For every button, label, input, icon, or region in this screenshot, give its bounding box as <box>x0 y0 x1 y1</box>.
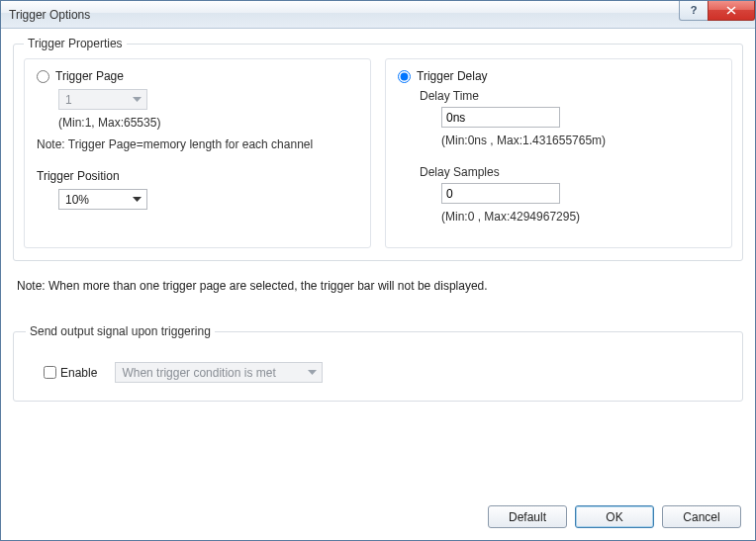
dialog-buttons: Default OK Cancel <box>488 505 741 528</box>
trigger-page-value: 1 <box>65 93 72 107</box>
output-signal-row: Enable When trigger condition is met <box>26 362 730 383</box>
help-icon: ? <box>691 4 698 16</box>
trigger-position-value: 10% <box>65 193 89 207</box>
delay-time-hint: (Min:0ns , Max:1.431655765m) <box>420 134 719 147</box>
ok-button[interactable]: OK <box>575 505 654 528</box>
trigger-position-sub: 10% <box>37 189 358 210</box>
chevron-down-icon <box>130 91 144 108</box>
signal-condition-combo[interactable]: When trigger condition is met <box>115 362 323 383</box>
trigger-page-hint: (Min:1, Max:65535) <box>37 116 358 130</box>
delay-time-block: Delay Time (Min:0ns , Max:1.431655765m) <box>398 89 719 147</box>
client-area: Trigger Properties Trigger Page 1 <box>1 29 755 540</box>
signal-condition-value: When trigger condition is met <box>122 366 275 380</box>
trigger-delay-label: Trigger Delay <box>417 69 488 83</box>
multi-page-note: Note: When more than one trigger page ar… <box>17 279 739 293</box>
trigger-delay-radio[interactable] <box>398 70 411 83</box>
dialog-window: Trigger Options ? Trigger Properties Tri… <box>0 0 756 541</box>
delay-samples-label: Delay Samples <box>420 165 719 179</box>
trigger-properties-legend: Trigger Properties <box>24 37 127 50</box>
trigger-page-sub: 1 <box>37 89 358 110</box>
window-title: Trigger Options <box>9 8 680 22</box>
trigger-delay-panel: Trigger Delay Delay Time (Min:0ns , Max:… <box>385 58 732 248</box>
cancel-button[interactable]: Cancel <box>662 505 741 528</box>
trigger-delay-radio-row[interactable]: Trigger Delay <box>398 69 719 83</box>
trigger-page-panel: Trigger Page 1 (Min:1, Max:65535) Note: … <box>24 58 371 248</box>
delay-samples-input[interactable] <box>441 183 560 204</box>
trigger-position-combo[interactable]: 10% <box>58 189 147 210</box>
delay-samples-hint: (Min:0 , Max:4294967295) <box>420 210 719 224</box>
titlebar-buttons: ? <box>680 1 755 21</box>
output-signal-group: Send output signal upon triggering Enabl… <box>13 324 743 402</box>
delay-time-label: Delay Time <box>420 89 719 103</box>
help-button[interactable]: ? <box>679 1 709 21</box>
enable-label: Enable <box>60 366 97 380</box>
close-button[interactable] <box>708 1 755 21</box>
titlebar: Trigger Options ? <box>1 1 755 29</box>
trigger-page-note: Note: Trigger Page=memory length for eac… <box>37 137 358 151</box>
trigger-position-label: Trigger Position <box>37 169 358 183</box>
delay-samples-block: Delay Samples (Min:0 , Max:4294967295) <box>398 165 719 224</box>
trigger-properties-group: Trigger Properties Trigger Page 1 <box>13 37 743 261</box>
chevron-down-icon <box>305 364 320 381</box>
trigger-page-radio-row[interactable]: Trigger Page <box>37 69 358 83</box>
chevron-down-icon <box>130 191 144 208</box>
trigger-page-radio[interactable] <box>37 70 49 83</box>
default-button[interactable]: Default <box>488 505 567 528</box>
enable-checkbox-row[interactable]: Enable <box>44 366 97 380</box>
close-icon <box>726 6 736 15</box>
trigger-page-label: Trigger Page <box>55 69 124 83</box>
delay-time-input[interactable] <box>441 107 560 128</box>
output-signal-legend: Send output signal upon triggering <box>26 324 215 338</box>
trigger-page-combo[interactable]: 1 <box>58 89 147 110</box>
properties-columns: Trigger Page 1 (Min:1, Max:65535) Note: … <box>24 58 732 248</box>
enable-checkbox[interactable] <box>44 366 56 379</box>
